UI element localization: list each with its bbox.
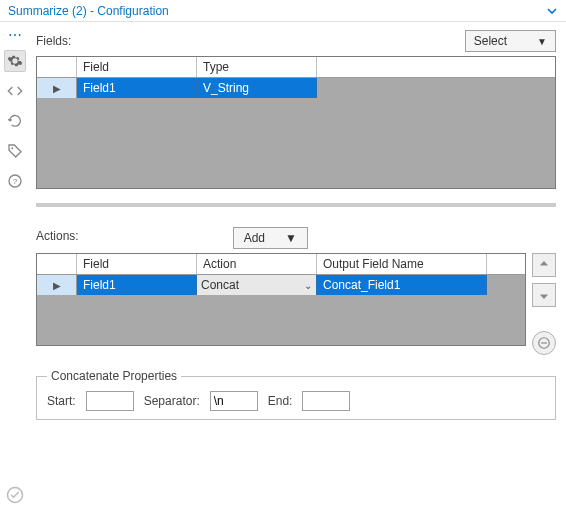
help-icon[interactable]: ? — [4, 170, 26, 192]
field-header[interactable]: Field — [77, 254, 197, 274]
row-selector-header — [37, 57, 77, 77]
add-dropdown[interactable]: Add ▼ — [233, 227, 308, 249]
concat-legend: Concatenate Properties — [47, 369, 181, 383]
row-handle[interactable]: ▶ — [37, 275, 77, 295]
type-cell[interactable]: V_String — [197, 78, 317, 98]
window-title: Summarize (2) - Configuration — [8, 4, 169, 18]
row-selector-header — [37, 254, 77, 274]
select-dropdown[interactable]: Select ▼ — [465, 30, 556, 52]
chevron-down-icon: ▼ — [537, 36, 547, 47]
collapse-chevron-icon[interactable] — [546, 5, 558, 17]
output-header[interactable]: Output Field Name — [317, 254, 487, 274]
table-row[interactable]: ▶ Field1 Concat ⌄ Concat_Field1 — [37, 275, 525, 295]
action-cell[interactable]: Concat ⌄ — [197, 275, 317, 295]
select-dropdown-label: Select — [474, 34, 507, 48]
panel-divider[interactable] — [36, 203, 556, 207]
type-header[interactable]: Type — [197, 57, 317, 77]
svg-text:?: ? — [13, 177, 18, 186]
main-panel: Fields: Select ▼ Field Type ▶ Field1 V_S… — [30, 22, 566, 514]
gear-icon[interactable] — [4, 50, 26, 72]
separator-input[interactable] — [210, 391, 258, 411]
fields-grid-header: Field Type — [37, 57, 555, 78]
action-select[interactable]: Concat ⌄ — [197, 275, 316, 295]
add-dropdown-label: Add — [244, 231, 265, 245]
concatenate-properties-group: Concatenate Properties Start: Separator:… — [36, 369, 556, 420]
actions-grid[interactable]: Field Action Output Field Name ▶ Field1 … — [36, 253, 526, 346]
move-up-button[interactable] — [532, 253, 556, 277]
start-input[interactable] — [86, 391, 134, 411]
action-header[interactable]: Action — [197, 254, 317, 274]
fields-grid[interactable]: Field Type ▶ Field1 V_String — [36, 56, 556, 189]
row-pointer-icon: ▶ — [53, 280, 61, 291]
row-handle[interactable]: ▶ — [37, 78, 77, 98]
end-label: End: — [268, 394, 293, 408]
end-input[interactable] — [302, 391, 350, 411]
separator-label: Separator: — [144, 394, 200, 408]
chevron-down-icon: ▼ — [285, 231, 297, 245]
table-row[interactable]: ▶ Field1 V_String — [37, 78, 555, 98]
more-dots-icon[interactable]: ⋯ — [8, 30, 22, 40]
field-cell[interactable]: Field1 — [77, 78, 197, 98]
chevron-down-icon: ⌄ — [304, 280, 312, 291]
actions-label: Actions: — [36, 229, 79, 243]
apply-check-icon[interactable] — [6, 486, 24, 504]
svg-point-0 — [11, 147, 13, 149]
row-pointer-icon: ▶ — [53, 83, 61, 94]
output-cell[interactable]: Concat_Field1 — [317, 275, 487, 295]
tag-icon[interactable] — [4, 140, 26, 162]
title-bar: Summarize (2) - Configuration — [0, 0, 566, 22]
code-icon[interactable] — [4, 80, 26, 102]
start-label: Start: — [47, 394, 76, 408]
field-header[interactable]: Field — [77, 57, 197, 77]
refresh-icon[interactable] — [4, 110, 26, 132]
actions-grid-header: Field Action Output Field Name — [37, 254, 525, 275]
left-tool-strip: ⋯ ? — [0, 22, 30, 514]
fields-label: Fields: — [36, 34, 71, 48]
remove-button[interactable] — [532, 331, 556, 355]
action-select-value: Concat — [201, 278, 239, 292]
move-down-button[interactable] — [532, 283, 556, 307]
field-cell[interactable]: Field1 — [77, 275, 197, 295]
